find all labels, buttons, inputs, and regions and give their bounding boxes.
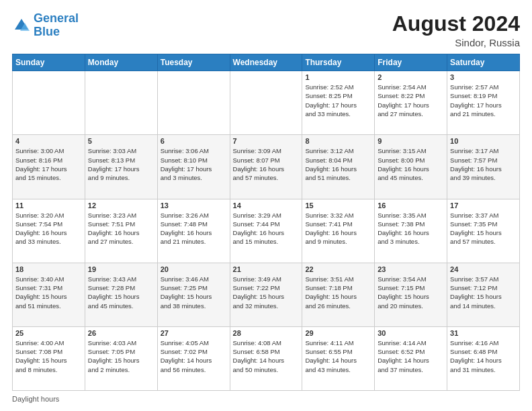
calendar-cell: 31Sunrise: 4:16 AM Sunset: 6:48 PM Dayli… <box>447 326 520 390</box>
day-info: Sunrise: 3:00 AM Sunset: 8:16 PM Dayligh… <box>15 146 82 182</box>
calendar-cell: 4Sunrise: 3:00 AM Sunset: 8:16 PM Daylig… <box>13 135 85 199</box>
col-header-sunday: Sunday <box>13 54 85 71</box>
main-title: August 2024 <box>392 12 520 36</box>
calendar-week-3: 18Sunrise: 3:40 AM Sunset: 7:31 PM Dayli… <box>13 263 520 326</box>
subtitle: Sindor, Russia <box>392 37 520 48</box>
day-number: 7 <box>233 137 300 145</box>
logo-text: General Blue <box>34 12 79 39</box>
day-number: 1 <box>305 73 371 81</box>
day-number: 31 <box>450 329 517 337</box>
daylight-hours-label: Daylight hours <box>12 395 59 403</box>
logo: General Blue <box>12 12 79 39</box>
page: General Blue August 2024 Sindor, Russia … <box>0 0 532 411</box>
day-number: 15 <box>305 201 371 210</box>
calendar-cell: 2Sunrise: 2:54 AM Sunset: 8:22 PM Daylig… <box>375 71 447 135</box>
day-info: Sunrise: 3:35 AM Sunset: 7:38 PM Dayligh… <box>378 211 444 246</box>
calendar-cell: 3Sunrise: 2:57 AM Sunset: 8:19 PM Daylig… <box>447 71 520 135</box>
day-info: Sunrise: 3:37 AM Sunset: 7:35 PM Dayligh… <box>450 211 517 246</box>
calendar-cell: 24Sunrise: 3:57 AM Sunset: 7:12 PM Dayli… <box>447 263 520 326</box>
calendar-cell: 22Sunrise: 3:51 AM Sunset: 7:18 PM Dayli… <box>302 263 375 326</box>
logo-general: General <box>34 11 79 25</box>
day-info: Sunrise: 4:05 AM Sunset: 7:02 PM Dayligh… <box>161 338 227 374</box>
day-number: 24 <box>450 265 517 273</box>
calendar-cell <box>230 71 302 135</box>
calendar-cell: 30Sunrise: 4:14 AM Sunset: 6:52 PM Dayli… <box>375 326 447 390</box>
day-info: Sunrise: 3:15 AM Sunset: 8:00 PM Dayligh… <box>378 146 444 182</box>
calendar-cell: 5Sunrise: 3:03 AM Sunset: 8:13 PM Daylig… <box>85 135 157 199</box>
col-header-friday: Friday <box>375 54 447 71</box>
day-info: Sunrise: 3:46 AM Sunset: 7:25 PM Dayligh… <box>161 275 227 310</box>
day-number: 18 <box>15 265 82 273</box>
day-info: Sunrise: 4:08 AM Sunset: 6:58 PM Dayligh… <box>233 338 300 374</box>
day-info: Sunrise: 4:03 AM Sunset: 7:05 PM Dayligh… <box>88 338 154 374</box>
day-info: Sunrise: 4:16 AM Sunset: 6:48 PM Dayligh… <box>450 338 517 374</box>
calendar-cell: 21Sunrise: 3:49 AM Sunset: 7:22 PM Dayli… <box>230 263 302 326</box>
calendar-week-4: 25Sunrise: 4:00 AM Sunset: 7:08 PM Dayli… <box>13 326 520 390</box>
day-info: Sunrise: 3:29 AM Sunset: 7:44 PM Dayligh… <box>233 211 300 246</box>
day-number: 2 <box>378 73 444 81</box>
day-info: Sunrise: 2:57 AM Sunset: 8:19 PM Dayligh… <box>450 83 517 118</box>
day-info: Sunrise: 4:00 AM Sunset: 7:08 PM Dayligh… <box>15 338 82 374</box>
day-number: 5 <box>88 137 154 145</box>
day-number: 14 <box>233 201 300 210</box>
logo-blue: Blue <box>34 26 79 39</box>
day-info: Sunrise: 3:03 AM Sunset: 8:13 PM Dayligh… <box>88 146 154 182</box>
calendar-cell: 23Sunrise: 3:54 AM Sunset: 7:15 PM Dayli… <box>375 263 447 326</box>
calendar-cell: 16Sunrise: 3:35 AM Sunset: 7:38 PM Dayli… <box>375 199 447 263</box>
day-number: 13 <box>161 201 227 210</box>
day-number: 10 <box>450 137 517 145</box>
col-header-saturday: Saturday <box>447 54 520 71</box>
day-number: 17 <box>450 201 517 210</box>
footer: Daylight hours <box>12 395 520 403</box>
calendar-header-row: SundayMondayTuesdayWednesdayThursdayFrid… <box>13 54 520 71</box>
title-block: August 2024 Sindor, Russia <box>392 12 520 48</box>
calendar-cell: 12Sunrise: 3:23 AM Sunset: 7:51 PM Dayli… <box>85 199 157 263</box>
calendar-cell: 17Sunrise: 3:37 AM Sunset: 7:35 PM Dayli… <box>447 199 520 263</box>
day-number: 3 <box>450 73 517 81</box>
header: General Blue August 2024 Sindor, Russia <box>12 12 520 48</box>
col-header-monday: Monday <box>85 54 157 71</box>
calendar-week-2: 11Sunrise: 3:20 AM Sunset: 7:54 PM Dayli… <box>13 199 520 263</box>
day-number: 28 <box>233 329 300 337</box>
col-header-wednesday: Wednesday <box>230 54 302 71</box>
day-info: Sunrise: 3:06 AM Sunset: 8:10 PM Dayligh… <box>161 146 227 182</box>
day-number: 4 <box>15 137 82 145</box>
calendar-cell: 19Sunrise: 3:43 AM Sunset: 7:28 PM Dayli… <box>85 263 157 326</box>
calendar-cell: 1Sunrise: 2:52 AM Sunset: 8:25 PM Daylig… <box>302 71 375 135</box>
day-number: 22 <box>305 265 371 273</box>
calendar-table: SundayMondayTuesdayWednesdayThursdayFrid… <box>12 54 520 391</box>
day-number: 6 <box>161 137 227 145</box>
day-number: 9 <box>378 137 444 145</box>
day-number: 29 <box>305 329 371 337</box>
day-info: Sunrise: 4:11 AM Sunset: 6:55 PM Dayligh… <box>305 338 371 374</box>
calendar-week-0: 1Sunrise: 2:52 AM Sunset: 8:25 PM Daylig… <box>13 71 520 135</box>
col-header-thursday: Thursday <box>302 54 375 71</box>
day-number: 23 <box>378 265 444 273</box>
calendar-cell: 18Sunrise: 3:40 AM Sunset: 7:31 PM Dayli… <box>13 263 85 326</box>
calendar-cell: 27Sunrise: 4:05 AM Sunset: 7:02 PM Dayli… <box>157 326 230 390</box>
calendar-cell: 9Sunrise: 3:15 AM Sunset: 8:00 PM Daylig… <box>375 135 447 199</box>
day-number: 21 <box>233 265 300 273</box>
day-info: Sunrise: 3:17 AM Sunset: 7:57 PM Dayligh… <box>450 146 517 182</box>
day-number: 8 <box>305 137 371 145</box>
day-info: Sunrise: 3:49 AM Sunset: 7:22 PM Dayligh… <box>233 275 300 310</box>
calendar-cell: 13Sunrise: 3:26 AM Sunset: 7:48 PM Dayli… <box>157 199 230 263</box>
day-number: 20 <box>161 265 227 273</box>
calendar-cell <box>13 71 85 135</box>
calendar-cell: 28Sunrise: 4:08 AM Sunset: 6:58 PM Dayli… <box>230 326 302 390</box>
day-info: Sunrise: 3:51 AM Sunset: 7:18 PM Dayligh… <box>305 275 371 310</box>
day-number: 19 <box>88 265 154 273</box>
calendar-cell: 11Sunrise: 3:20 AM Sunset: 7:54 PM Dayli… <box>13 199 85 263</box>
day-number: 12 <box>88 201 154 210</box>
day-info: Sunrise: 3:54 AM Sunset: 7:15 PM Dayligh… <box>378 275 444 310</box>
day-info: Sunrise: 3:12 AM Sunset: 8:04 PM Dayligh… <box>305 146 371 182</box>
calendar-cell: 10Sunrise: 3:17 AM Sunset: 7:57 PM Dayli… <box>447 135 520 199</box>
calendar-cell: 6Sunrise: 3:06 AM Sunset: 8:10 PM Daylig… <box>157 135 230 199</box>
calendar-week-1: 4Sunrise: 3:00 AM Sunset: 8:16 PM Daylig… <box>13 135 520 199</box>
day-number: 30 <box>378 329 444 337</box>
calendar-cell: 8Sunrise: 3:12 AM Sunset: 8:04 PM Daylig… <box>302 135 375 199</box>
logo-icon <box>12 16 31 35</box>
day-info: Sunrise: 2:52 AM Sunset: 8:25 PM Dayligh… <box>305 83 371 118</box>
day-info: Sunrise: 2:54 AM Sunset: 8:22 PM Dayligh… <box>378 83 444 118</box>
day-number: 16 <box>378 201 444 210</box>
